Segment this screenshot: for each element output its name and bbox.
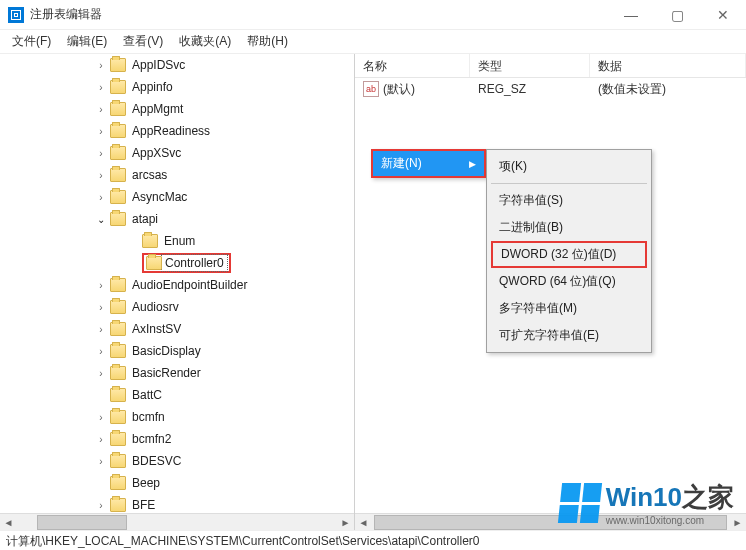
tree-node-label: BasicRender (129, 365, 204, 381)
tree-node-label: bcmfn (129, 409, 168, 425)
scroll-thumb[interactable] (37, 515, 127, 530)
tree-node[interactable]: ›arcsas (95, 164, 354, 186)
chevron-right-icon[interactable]: › (95, 323, 107, 335)
menu-key[interactable]: 项(K) (489, 153, 649, 180)
menu-expandstring[interactable]: 可扩充字符串值(E) (489, 322, 649, 349)
tree-node[interactable]: ⌄atapi (95, 208, 354, 230)
folder-icon (110, 146, 126, 160)
tree-node[interactable]: ›AppIDSvc (95, 54, 354, 76)
tree-node[interactable]: ›AppMgmt (95, 98, 354, 120)
chevron-right-icon[interactable]: › (95, 147, 107, 159)
tree-node[interactable]: ›Appinfo (95, 76, 354, 98)
tree-node[interactable]: ›AppXSvc (95, 142, 354, 164)
col-name[interactable]: 名称 (355, 54, 470, 77)
folder-icon (110, 322, 126, 336)
chevron-right-icon[interactable]: › (95, 81, 107, 93)
tree-node[interactable]: ›BDESVC (95, 450, 354, 472)
folder-icon (110, 168, 126, 182)
chevron-right-icon[interactable]: › (95, 433, 107, 445)
tree-node[interactable]: Beep (95, 472, 354, 494)
tree-hscroll[interactable]: ◄ ► (0, 513, 354, 530)
folder-icon (110, 498, 126, 512)
chevron-right-icon[interactable]: › (95, 279, 107, 291)
tree-node-label: Beep (129, 475, 163, 491)
chevron-right-icon[interactable]: › (95, 125, 107, 137)
maximize-button[interactable]: ▢ (654, 0, 700, 30)
tree-node[interactable]: ›bcmfn (95, 406, 354, 428)
scroll-thumb[interactable] (374, 515, 727, 530)
tree-node[interactable]: ›BasicDisplay (95, 340, 354, 362)
tree-node-label: AppReadiness (129, 123, 213, 139)
menu-edit[interactable]: 编辑(E) (61, 30, 113, 53)
menu-new-label: 新建(N) (381, 155, 422, 172)
chevron-right-icon[interactable]: › (95, 499, 107, 511)
value-type: REG_SZ (470, 82, 590, 96)
list-hscroll[interactable]: ◄ ► (355, 513, 746, 530)
menubar: 文件(F) 编辑(E) 查看(V) 收藏夹(A) 帮助(H) (0, 30, 746, 54)
app-icon (8, 7, 24, 23)
tree-node[interactable]: ›AsyncMac (95, 186, 354, 208)
tree-node-label: atapi (129, 211, 161, 227)
menu-multistring[interactable]: 多字符串值(M) (489, 295, 649, 322)
col-data[interactable]: 数据 (590, 54, 746, 77)
tree-node-label: BDESVC (129, 453, 184, 469)
menu-new[interactable]: 新建(N) ▶ (373, 151, 484, 176)
scroll-left-icon[interactable]: ◄ (355, 514, 372, 531)
tree-node[interactable]: ›AppReadiness (95, 120, 354, 142)
chevron-right-icon (127, 257, 139, 269)
tree-node-label: AppMgmt (129, 101, 186, 117)
tree-node[interactable]: ›AudioEndpointBuilder (95, 274, 354, 296)
chevron-right-icon[interactable]: › (95, 411, 107, 423)
folder-icon (110, 58, 126, 72)
tree-node-label: AudioEndpointBuilder (129, 277, 250, 293)
tree-node[interactable]: ›bcmfn2 (95, 428, 354, 450)
folder-icon (110, 388, 126, 402)
menu-binary[interactable]: 二进制值(B) (489, 214, 649, 241)
tree-node-label: AppXSvc (129, 145, 184, 161)
menu-dword[interactable]: DWORD (32 位)值(D) (491, 241, 647, 268)
folder-icon (110, 190, 126, 204)
chevron-right-icon[interactable]: › (95, 455, 107, 467)
folder-icon (110, 410, 126, 424)
chevron-right-icon[interactable]: › (95, 301, 107, 313)
scroll-right-icon[interactable]: ► (337, 514, 354, 531)
folder-icon (110, 80, 126, 94)
menu-view[interactable]: 查看(V) (117, 30, 169, 53)
col-type[interactable]: 类型 (470, 54, 590, 77)
titlebar: 注册表编辑器 — ▢ ✕ (0, 0, 746, 30)
tree-node[interactable]: Controller0 (95, 252, 354, 274)
tree-node-label: Enum (161, 233, 198, 249)
tree-node-label: Controller0 (162, 255, 227, 271)
chevron-right-icon (95, 389, 107, 401)
menu-string[interactable]: 字符串值(S) (489, 187, 649, 214)
tree-node[interactable]: Enum (95, 230, 354, 252)
status-bar: 计算机\HKEY_LOCAL_MACHINE\SYSTEM\CurrentCon… (0, 530, 746, 550)
chevron-right-icon[interactable]: › (95, 191, 107, 203)
minimize-button[interactable]: — (608, 0, 654, 30)
tree-node-label: BasicDisplay (129, 343, 204, 359)
menu-help[interactable]: 帮助(H) (241, 30, 294, 53)
folder-icon (142, 234, 158, 248)
scroll-right-icon[interactable]: ► (729, 514, 746, 531)
scroll-left-icon[interactable]: ◄ (0, 514, 17, 531)
tree-node[interactable]: BattC (95, 384, 354, 406)
chevron-right-icon[interactable]: › (95, 367, 107, 379)
menu-file[interactable]: 文件(F) (6, 30, 57, 53)
chevron-right-icon[interactable]: › (95, 103, 107, 115)
value-name: (默认) (383, 81, 415, 98)
list-header: 名称 类型 数据 (355, 54, 746, 78)
menu-favorites[interactable]: 收藏夹(A) (173, 30, 237, 53)
chevron-right-icon[interactable]: › (95, 345, 107, 357)
chevron-right-icon[interactable]: › (95, 169, 107, 181)
tree-node[interactable]: ›BasicRender (95, 362, 354, 384)
chevron-right-icon[interactable]: › (95, 59, 107, 71)
list-row[interactable]: ab (默认) REG_SZ (数值未设置) (355, 78, 746, 100)
close-button[interactable]: ✕ (700, 0, 746, 30)
submenu-arrow-icon: ▶ (469, 159, 476, 169)
tree-node[interactable]: ›Audiosrv (95, 296, 354, 318)
tree-node-label: Audiosrv (129, 299, 182, 315)
menu-qword[interactable]: QWORD (64 位)值(Q) (489, 268, 649, 295)
chevron-down-icon[interactable]: ⌄ (95, 213, 107, 225)
tree-node[interactable]: ›AxInstSV (95, 318, 354, 340)
context-menu-primary: 新建(N) ▶ (371, 149, 486, 178)
